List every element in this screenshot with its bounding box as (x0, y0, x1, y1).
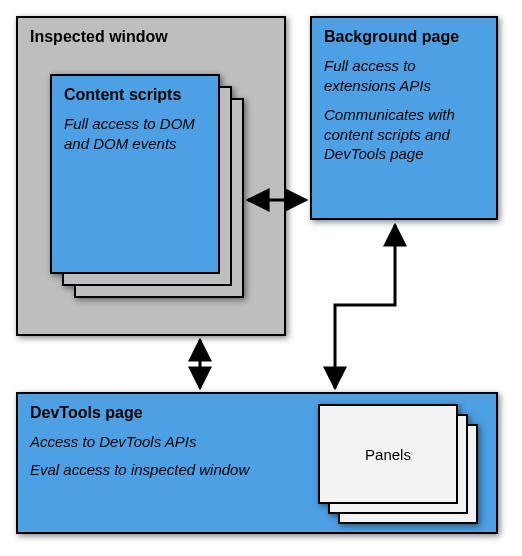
content-scripts-card-front: Content scripts Full access to DOM and D… (50, 74, 220, 274)
content-scripts-stack: Content scripts Full access to DOM and D… (50, 74, 240, 299)
arrow-background-devtools (335, 225, 395, 388)
background-page-desc2: Communicates with content scripts and De… (324, 105, 484, 164)
background-page-title: Background page (324, 28, 484, 46)
diagram-canvas: Inspected window Content scripts Full ac… (0, 0, 522, 556)
panels-label: Panels (365, 446, 411, 463)
content-scripts-desc: Full access to DOM and DOM events (64, 114, 206, 153)
inspected-window-title: Inspected window (30, 28, 272, 46)
content-scripts-title: Content scripts (64, 86, 206, 104)
panels-card-front: Panels (318, 404, 458, 504)
background-page-box: Background page Full access to extension… (310, 16, 498, 220)
background-page-desc1: Full access to extensions APIs (324, 56, 484, 95)
panels-stack: Panels (318, 404, 478, 534)
